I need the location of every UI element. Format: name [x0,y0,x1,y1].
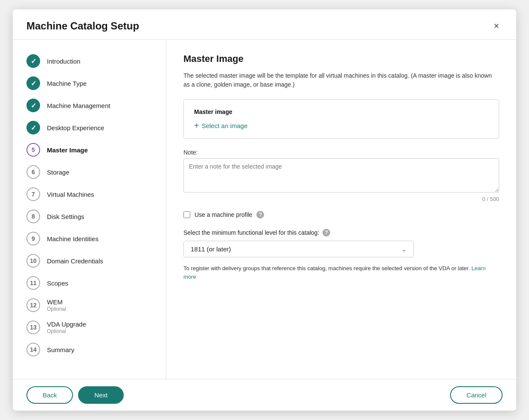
sidebar-step-11[interactable]: 11Scopes [13,272,166,294]
master-image-label: Master image [194,108,488,115]
back-button[interactable]: Back [26,386,73,404]
step-label-9: Machine Identities [47,235,99,242]
sidebar: IntroductionMachine TypeMachine Manageme… [13,40,166,379]
select-image-link[interactable]: + Select an image [194,121,488,130]
machine-profile-row: Use a machine profile ? [183,211,499,219]
sidebar-step-3[interactable]: Machine Management [13,94,166,117]
step-label-5: Master Image [47,146,88,154]
checkmark-icon [31,102,36,110]
step-circle-13: 13 [26,321,40,334]
char-count: 0 / 500 [183,196,499,202]
sidebar-step-4[interactable]: Desktop Experience [13,117,166,139]
machine-profile-label: Use a machine profile [195,211,252,218]
step-circle-3 [26,99,40,112]
step-circle-12: 12 [26,298,40,312]
step-circle-1 [26,54,40,68]
sidebar-step-2[interactable]: Machine Type [13,72,166,94]
step-circle-5: 5 [26,143,40,157]
machine-profile-checkbox[interactable] [183,211,190,218]
machine-catalog-setup-dialog: Machine Catalog Setup × IntroductionMach… [13,9,516,411]
sidebar-step-13[interactable]: 13VDA UpgradeOptional [13,316,166,338]
dialog-title: Machine Catalog Setup [26,20,139,32]
step-label-12: WEM [47,298,66,306]
step-sublabel-13: Optional [47,328,86,334]
step-label-11: Scopes [47,280,68,287]
select-image-text: Select an image [202,122,248,129]
section-description: The selected master image will be the te… [183,71,499,89]
step-label-6: Storage [47,169,70,176]
sidebar-step-12[interactable]: 12WEMOptional [13,294,166,316]
step-circle-11: 11 [26,276,40,290]
master-image-box: Master image + Select an image [183,99,499,139]
sidebar-step-5[interactable]: 5Master Image [13,139,166,161]
sidebar-step-9[interactable]: 9Machine Identities [13,228,166,250]
step-circle-6: 6 [26,165,40,179]
step-label-13: VDA Upgrade [47,321,86,328]
section-title: Master Image [183,53,499,64]
machine-profile-help-icon[interactable]: ? [256,211,264,219]
checkmark-icon [31,79,36,88]
functional-level-label: Select the minimum functional level for … [183,229,499,236]
functional-level-help-icon[interactable]: ? [323,229,330,236]
note-label: Note: [183,149,499,156]
step-label-1: Introduction [47,58,80,65]
step-label-8: Disk Settings [47,213,84,220]
dialog-header: Machine Catalog Setup × [13,9,516,40]
step-circle-4 [26,121,40,134]
step-circle-10: 10 [26,254,40,268]
step-circle-14: 14 [26,343,40,356]
footer-left-buttons: Back Next [26,386,124,404]
step-circle-2 [26,76,40,90]
step-label-4: Desktop Experience [47,124,104,131]
sidebar-step-6[interactable]: 6Storage [13,161,166,183]
checkmark-icon [31,57,36,65]
step-circle-8: 8 [26,210,40,223]
next-button[interactable]: Next [78,386,124,404]
functional-level-dropdown[interactable]: 1811 (or later) ⌄ [183,241,414,257]
sidebar-step-8[interactable]: 8Disk Settings [13,205,166,228]
plus-icon: + [194,121,199,130]
dialog-body: IntroductionMachine TypeMachine Manageme… [13,40,516,379]
step-circle-7: 7 [26,187,40,201]
step-label-14: Summary [47,346,74,353]
note-textarea[interactable] [183,158,499,192]
chevron-down-icon: ⌄ [401,246,407,253]
cancel-button[interactable]: Cancel [450,386,503,404]
sidebar-step-14[interactable]: 14Summary [13,338,166,361]
step-circle-9: 9 [26,232,40,245]
vda-note: To register with delivery groups that re… [183,264,499,281]
sidebar-step-10[interactable]: 10Domain Credentials [13,250,166,272]
sidebar-step-1[interactable]: Introduction [13,50,166,72]
functional-level-value: 1811 (or later) [191,245,231,253]
main-content: Master Image The selected master image w… [166,40,516,379]
dialog-footer: Back Next Cancel [13,379,516,411]
step-label-3: Machine Management [47,102,110,109]
checkmark-icon [31,124,36,132]
sidebar-step-7[interactable]: 7Virtual Machines [13,183,166,205]
step-sublabel-12: Optional [47,306,66,312]
step-label-2: Machine Type [47,80,87,87]
step-label-7: Virtual Machines [47,191,94,198]
step-label-10: Domain Credentials [47,257,103,265]
close-button[interactable]: × [490,20,503,32]
